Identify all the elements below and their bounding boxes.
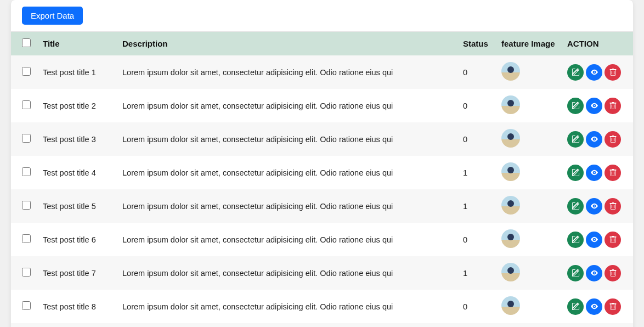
action-buttons [567,198,628,215]
header-checkbox-cell [11,32,37,55]
header-status: Status [457,32,496,55]
edit-icon [572,68,580,76]
row-title: Test post title 8 [37,290,117,323]
delete-button[interactable] [605,232,621,248]
row-description: Lorem ipsum dolor sit amet, consectetur … [117,223,457,256]
delete-button[interactable] [605,64,621,81]
row-checkbox-cell [11,223,37,256]
data-table-card: Export Data Title Description Status fea… [11,0,633,327]
trash-icon [609,135,617,143]
table-row: Test post title 9 Lorem ipsum dolor sit … [11,323,633,327]
row-title: Test post title 5 [37,189,117,223]
edit-button[interactable] [567,298,584,315]
table-row: Test post title 7 Lorem ipsum dolor sit … [11,256,633,290]
row-description: Lorem ipsum dolor sit amet, consectetur … [117,122,457,156]
select-all-checkbox[interactable] [22,38,31,47]
edit-button[interactable] [567,265,584,281]
edit-button[interactable] [567,64,584,81]
view-button[interactable] [586,64,602,81]
row-description: Lorem ipsum dolor sit amet, consectetur … [117,290,457,323]
row-status: 0 [457,223,496,256]
header-description: Description [117,32,457,55]
action-buttons [567,64,628,81]
row-description: Lorem ipsum dolor sit amet, consectetur … [117,323,457,327]
row-feature-image [496,189,562,223]
row-actions [562,189,633,223]
action-buttons [567,232,628,248]
edit-button[interactable] [567,165,584,181]
row-title: Test post title 9 [37,323,117,327]
row-title: Test post title 3 [37,122,117,156]
action-buttons [567,131,628,148]
avatar [501,162,520,181]
row-checkbox[interactable] [22,234,31,243]
view-button[interactable] [586,232,602,248]
row-checkbox[interactable] [22,301,31,310]
table-row: Test post title 1 Lorem ipsum dolor sit … [11,55,633,89]
trash-icon [609,168,617,177]
eye-icon [590,202,598,210]
row-feature-image [496,89,562,122]
delete-button[interactable] [605,98,621,114]
row-feature-image [496,290,562,323]
eye-icon [590,302,598,311]
eye-icon [590,235,598,244]
action-buttons [567,265,628,281]
avatar [501,263,520,281]
view-button[interactable] [586,265,602,281]
row-checkbox[interactable] [22,100,31,109]
row-description: Lorem ipsum dolor sit amet, consectetur … [117,256,457,290]
action-buttons [567,298,628,315]
table-row: Test post title 4 Lorem ipsum dolor sit … [11,156,633,189]
edit-button[interactable] [567,198,584,215]
row-status: 1 [457,189,496,223]
edit-icon [572,135,580,143]
trash-icon [609,235,617,244]
table-row: Test post title 2 Lorem ipsum dolor sit … [11,89,633,122]
row-feature-image [496,256,562,290]
edit-icon [572,102,580,110]
header-feature-image: feature Image [496,32,562,55]
view-button[interactable] [586,131,602,148]
view-button[interactable] [586,298,602,315]
delete-button[interactable] [605,198,621,215]
view-button[interactable] [586,165,602,181]
row-feature-image [496,223,562,256]
row-checkbox-cell [11,89,37,122]
row-checkbox[interactable] [22,67,31,76]
row-feature-image [496,156,562,189]
trash-icon [609,302,617,311]
row-checkbox[interactable] [22,201,31,210]
row-checkbox[interactable] [22,268,31,277]
export-data-button[interactable]: Export Data [22,7,83,25]
row-actions [562,55,633,89]
eye-icon [590,168,598,177]
edit-button[interactable] [567,98,584,114]
avatar [501,62,520,81]
table-row: Test post title 3 Lorem ipsum dolor sit … [11,122,633,156]
row-description: Lorem ipsum dolor sit amet, consectetur … [117,55,457,89]
row-checkbox[interactable] [22,134,31,143]
table-row: Test post title 5 Lorem ipsum dolor sit … [11,189,633,223]
delete-button[interactable] [605,131,621,148]
row-title: Test post title 7 [37,256,117,290]
edit-button[interactable] [567,131,584,148]
row-checkbox-cell [11,189,37,223]
trash-icon [609,102,617,110]
edit-button[interactable] [567,232,584,248]
delete-button[interactable] [605,265,621,281]
row-actions [562,323,633,327]
row-checkbox-cell [11,55,37,89]
view-button[interactable] [586,198,602,215]
delete-button[interactable] [605,165,621,181]
row-status: 0 [457,89,496,122]
edit-icon [572,168,580,177]
delete-button[interactable] [605,298,621,315]
avatar [501,296,520,315]
row-checkbox-cell [11,156,37,189]
action-buttons [567,165,628,181]
row-checkbox[interactable] [22,167,31,176]
view-button[interactable] [586,98,602,114]
data-table: Title Description Status feature Image A… [11,32,633,327]
row-checkbox-cell [11,256,37,290]
